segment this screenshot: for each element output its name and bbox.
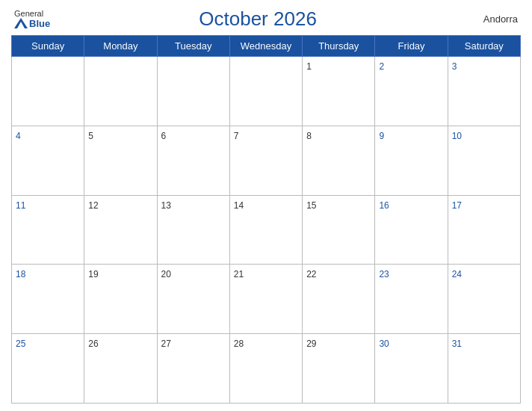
day-number: 30 [379, 339, 389, 349]
day-number: 5 [88, 131, 93, 141]
day-number: 25 [16, 339, 25, 349]
calendar-cell: 3 [448, 57, 520, 126]
day-number: 8 [306, 131, 312, 141]
calendar-cell: 18 [12, 265, 84, 334]
day-number: 6 [161, 131, 167, 141]
logo-icon [14, 18, 28, 28]
calendar-cell: 9 [375, 126, 448, 195]
calendar-cell [84, 57, 157, 126]
header-sunday: Sunday [12, 36, 84, 57]
calendar-cell: 26 [84, 334, 157, 404]
calendar-week-row: 18192021222324 [12, 265, 521, 334]
calendar-header: General Blue October 2026 Andorra [11, 7, 521, 31]
calendar-cell: 27 [157, 334, 229, 404]
header-wednesday: Wednesday [229, 36, 302, 57]
day-number: 18 [16, 269, 25, 279]
header-tuesday: Tuesday [157, 36, 229, 57]
day-number: 29 [306, 339, 316, 349]
calendar-cell: 31 [448, 334, 520, 404]
calendar-cell [12, 57, 84, 126]
day-number: 28 [234, 339, 244, 349]
day-number: 24 [452, 269, 462, 279]
calendar-cell: 25 [12, 334, 84, 404]
calendar-cell: 10 [448, 126, 520, 195]
day-number: 20 [161, 269, 171, 279]
day-number: 21 [234, 269, 244, 279]
day-number: 7 [234, 131, 239, 141]
calendar-body: 1234567891011121314151617181920212223242… [12, 57, 521, 404]
header-friday: Friday [375, 36, 448, 57]
calendar-cell: 23 [375, 265, 448, 334]
logo-general-text: General [14, 10, 43, 18]
header-monday: Monday [84, 36, 157, 57]
day-number: 12 [88, 200, 98, 211]
weekday-header-row: Sunday Monday Tuesday Wednesday Thursday… [12, 36, 521, 57]
calendar-cell [229, 57, 302, 126]
header-saturday: Saturday [448, 36, 520, 57]
calendar-cell: 17 [448, 195, 520, 265]
calendar-cell: 16 [375, 195, 448, 265]
day-number: 26 [88, 339, 98, 349]
calendar-cell: 24 [448, 265, 520, 334]
calendar-week-row: 123 [12, 57, 521, 126]
calendar-cell: 15 [303, 195, 375, 265]
calendar-cell: 29 [303, 334, 375, 404]
day-number: 2 [379, 61, 384, 72]
calendar-cell: 28 [229, 334, 302, 404]
day-number: 27 [161, 339, 171, 349]
day-number: 10 [452, 131, 462, 141]
country-label: Andorra [466, 13, 518, 25]
calendar-week-row: 11121314151617 [12, 195, 521, 265]
logo-blue-text: Blue [29, 19, 50, 28]
day-number: 16 [379, 200, 389, 211]
calendar-cell: 2 [375, 57, 448, 126]
day-number: 14 [234, 200, 244, 211]
calendar-cell: 12 [84, 195, 157, 265]
calendar-cell: 6 [157, 126, 229, 195]
calendar-cell [157, 57, 229, 126]
calendar-cell: 11 [12, 195, 84, 265]
calendar-cell: 14 [229, 195, 302, 265]
logo: General Blue [14, 10, 50, 28]
calendar-cell: 20 [157, 265, 229, 334]
calendar-cell: 22 [303, 265, 375, 334]
day-number: 13 [161, 200, 171, 211]
day-number: 1 [306, 61, 312, 72]
day-number: 3 [452, 61, 457, 72]
calendar-title: October 2026 [50, 7, 466, 31]
day-number: 4 [16, 131, 21, 141]
calendar-week-row: 25262728293031 [12, 334, 521, 404]
calendar-page: General Blue October 2026 Andorra Sunday… [0, 0, 532, 411]
calendar-cell: 13 [157, 195, 229, 265]
calendar-cell: 5 [84, 126, 157, 195]
day-number: 22 [306, 269, 316, 279]
day-number: 17 [452, 200, 462, 211]
day-number: 19 [88, 269, 98, 279]
calendar-cell: 4 [12, 126, 84, 195]
day-number: 11 [16, 200, 25, 211]
calendar-cell: 19 [84, 265, 157, 334]
calendar-cell: 30 [375, 334, 448, 404]
calendar-cell: 21 [229, 265, 302, 334]
calendar-week-row: 45678910 [12, 126, 521, 195]
header-thursday: Thursday [303, 36, 375, 57]
calendar-cell: 8 [303, 126, 375, 195]
day-number: 9 [379, 131, 384, 141]
day-number: 31 [452, 339, 462, 349]
calendar-cell: 7 [229, 126, 302, 195]
day-number: 23 [379, 269, 389, 279]
calendar-cell: 1 [303, 57, 375, 126]
calendar-table: Sunday Monday Tuesday Wednesday Thursday… [11, 35, 521, 404]
day-number: 15 [306, 200, 316, 211]
